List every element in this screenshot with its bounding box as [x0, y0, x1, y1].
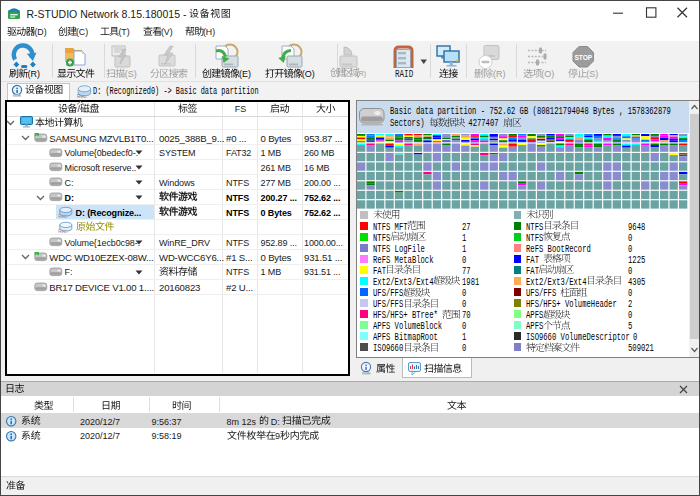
- svg-text:Rec.: Rec.: [58, 229, 67, 234]
- svg-text:Rec.: Rec.: [58, 214, 67, 219]
- svg-text:Rec.: Rec.: [77, 93, 87, 98]
- svg-text:STOP: STOP: [574, 54, 592, 61]
